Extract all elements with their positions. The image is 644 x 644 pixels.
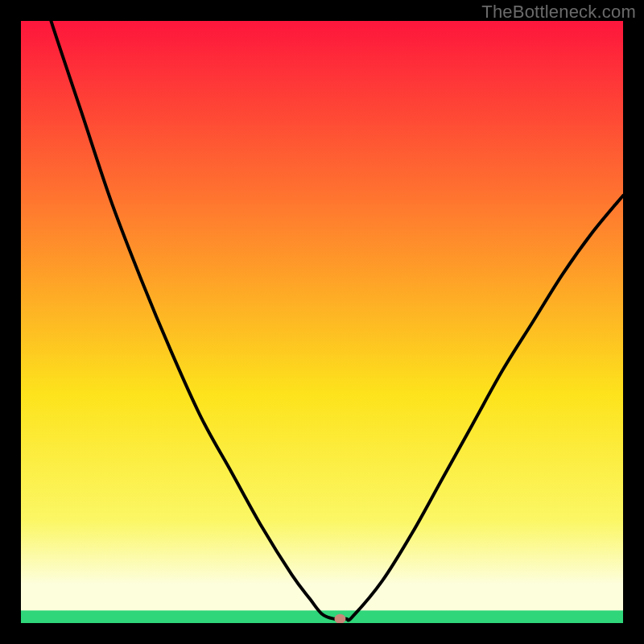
watermark-text: TheBottleneck.com — [481, 2, 636, 23]
plot-area — [21, 21, 623, 623]
chart-frame: TheBottleneck.com — [0, 0, 644, 644]
chart-svg — [21, 21, 623, 623]
